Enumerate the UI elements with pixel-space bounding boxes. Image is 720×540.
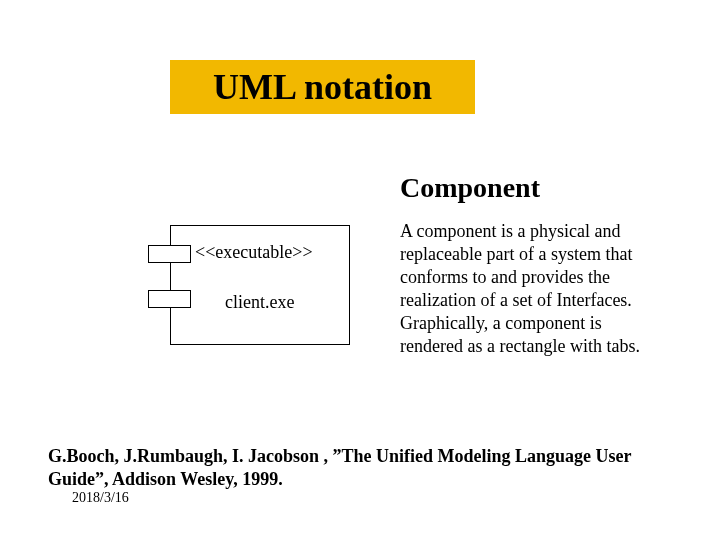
uml-stereotype-label: <<executable>> (195, 242, 313, 263)
uml-component-name: client.exe (225, 292, 294, 313)
title-banner: UML notation (170, 60, 475, 114)
uml-component-tab-top (148, 245, 191, 263)
slide: UML notation Component A component is a … (0, 0, 720, 540)
uml-component-tab-bottom (148, 290, 191, 308)
slide-date: 2018/3/16 (72, 490, 129, 506)
slide-title: UML notation (213, 66, 432, 108)
component-description: A component is a physical and replaceabl… (400, 220, 655, 358)
section-heading: Component (400, 172, 540, 204)
citation-text: G.Booch, J.Rumbaugh, I. Jacobson , ”The … (48, 445, 678, 490)
